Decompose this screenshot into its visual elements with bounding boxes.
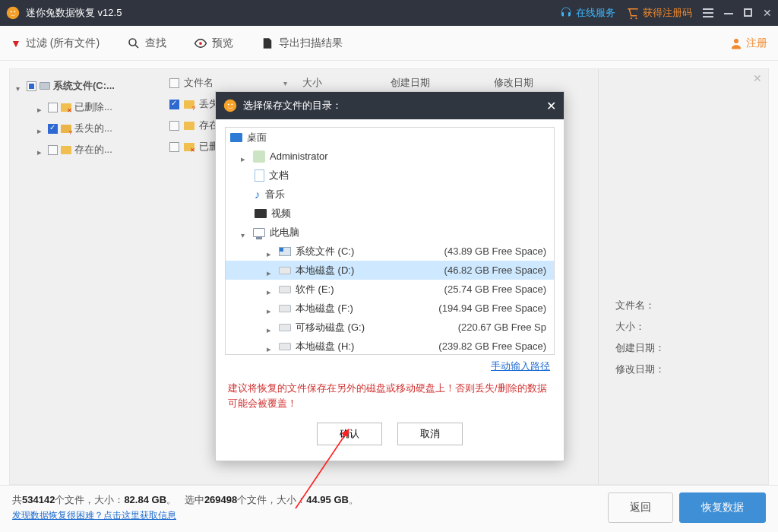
dir-documents[interactable]: 文档 [226,166,554,185]
drive-free: (46.82 GB Free Space) [444,264,554,276]
chevron-right-icon[interactable] [37,125,45,132]
back-button[interactable]: 返回 [608,492,673,523]
recover-button[interactable]: 恢复数据 [679,492,766,523]
manual-path-link[interactable]: 手动输入路径 [491,360,550,372]
help-link[interactable]: 发现数据恢复很困难？点击这里获取信息 [12,510,176,521]
tree-node-label: 存在的... [74,143,112,157]
detail-size: 大小： [615,320,756,334]
dir-videos[interactable]: 视频 [226,204,554,223]
get-reg-code-link[interactable]: 获得注册码 [626,6,692,20]
dir-drive[interactable]: 本地磁盘 (H:) (239.82 GB Free Space) [226,337,554,355]
export-tool[interactable]: 导出扫描结果 [261,36,343,50]
svg-point-3 [129,39,136,46]
folder-icon: ? [184,100,194,109]
person-icon [729,36,743,50]
register-button[interactable]: 注册 [729,36,767,50]
tree-node-lost[interactable]: ? 丢失的... [16,118,157,139]
close-button[interactable]: ✕ [763,7,772,19]
svg-line-4 [135,45,138,48]
desktop-folder-icon [230,133,242,142]
dialog-ok-button[interactable]: 确认 [317,423,382,445]
column-header-modified[interactable]: 修改日期 [494,76,593,90]
dir-drive-selected[interactable]: 本地磁盘 (D:) (46.82 GB Free Space) [226,261,554,280]
detail-modified: 修改日期： [615,363,756,376]
total-count: 534142 [22,494,55,505]
maximize-button[interactable] [744,7,752,19]
svg-point-2 [14,11,15,12]
header-checkbox[interactable] [169,78,179,88]
tree-node-existing[interactable]: 存在的... [16,139,157,160]
preview-label: 预览 [212,36,233,50]
menu-button[interactable] [703,12,713,14]
dialog-titlebar: 选择保存文件的目录： ✕ [216,92,564,119]
deleted-folder-icon [184,143,194,151]
tree-root[interactable]: 系统文件(C:... [16,75,157,97]
chevron-right-icon[interactable] [267,286,274,293]
dir-label: 音乐 [265,188,285,201]
chevron-right-icon[interactable] [267,343,274,350]
dir-drive[interactable]: 系统文件 (C:) (43.89 GB Free Space) [226,242,554,261]
t: 。 [349,494,359,505]
detail-filename: 文件名： [615,299,756,312]
dir-label: 文档 [269,169,289,182]
column-header-name[interactable]: 文件名 ▾ [184,76,298,90]
checkbox-checked[interactable] [48,124,58,134]
chevron-right-icon[interactable] [241,153,248,160]
directory-tree[interactable]: 桌面 Administrator 文档 ♪ 音乐 视频 [225,127,555,355]
drive-label: 本地磁盘 (H:) [296,340,354,353]
app-logo-icon [6,6,20,20]
chevron-right-icon[interactable] [37,103,45,111]
chevron-down-icon[interactable] [241,229,248,236]
dialog-cancel-button[interactable]: 取消 [397,423,463,445]
dialog-title: 选择保存文件的目录： [243,99,342,112]
checkbox-checked[interactable] [169,100,179,109]
drive-free: (239.82 GB Free Space) [438,340,554,352]
dir-music[interactable]: ♪ 音乐 [226,185,554,204]
column-header-created[interactable]: 创建日期 [391,76,489,90]
dir-drive[interactable]: 可移动磁盘 (G:) (220.67 GB Free Sp [226,318,554,337]
dialog-warning: 建议将恢复的文件保存在另外的磁盘或移动硬盘上！否则丢失/删除的数据可能会被覆盖！ [225,373,555,420]
checkbox[interactable] [169,142,179,152]
deleted-folder-icon [61,103,71,112]
folder-icon [184,122,194,130]
filter-tool[interactable]: ▼ 过滤 (所有文件) [11,36,100,50]
dir-label: 桌面 [247,131,267,144]
chevron-right-icon[interactable] [267,267,274,274]
find-tool[interactable]: 查找 [127,36,166,50]
checkbox-partial[interactable] [27,81,36,91]
dir-this-pc[interactable]: 此电脑 [226,223,554,242]
tree-node-deleted[interactable]: 已删除... [16,97,157,118]
chevron-right-icon[interactable] [267,305,274,312]
eye-icon [194,36,207,50]
online-service-link[interactable]: 在线服务 [559,6,615,20]
drive-free: (194.94 GB Free Space) [438,302,554,314]
window-title: 迷你兔数据恢复 v12.5 [26,6,122,20]
column-header-size[interactable]: 大小 [302,76,386,90]
dir-admin[interactable]: Administrator [226,147,554,166]
close-details-button[interactable]: ✕ [753,72,762,84]
chevron-right-icon[interactable] [37,146,45,154]
tree-node-label: 丢失的... [74,122,112,135]
total-size: 82.84 GB [124,494,166,505]
checkbox[interactable] [169,121,179,131]
dir-label: 视频 [271,207,291,220]
toolbar: ▼ 过滤 (所有文件) 查找 预览 导出扫描结果 注册 [0,26,778,61]
export-icon [261,36,274,50]
find-label: 查找 [145,36,166,50]
drive-free: (25.74 GB Free Space) [444,283,554,295]
export-label: 导出扫描结果 [279,36,343,50]
preview-tool[interactable]: 预览 [194,36,233,50]
chevron-right-icon[interactable] [267,248,274,255]
minimize-button[interactable] [724,7,733,19]
disk-icon [40,82,50,90]
dir-drive[interactable]: 本地磁盘 (F:) (194.94 GB Free Space) [226,299,554,318]
chevron-down-icon[interactable] [16,82,24,90]
search-icon [127,36,141,50]
checkbox[interactable] [48,103,58,112]
system-drive-icon [279,247,291,256]
checkbox[interactable] [48,145,58,155]
dialog-close-button[interactable]: ✕ [546,99,556,113]
chevron-right-icon[interactable] [267,324,274,331]
dir-drive[interactable]: 软件 (E:) (25.74 GB Free Space) [226,280,554,299]
dir-desktop[interactable]: 桌面 [226,128,554,147]
